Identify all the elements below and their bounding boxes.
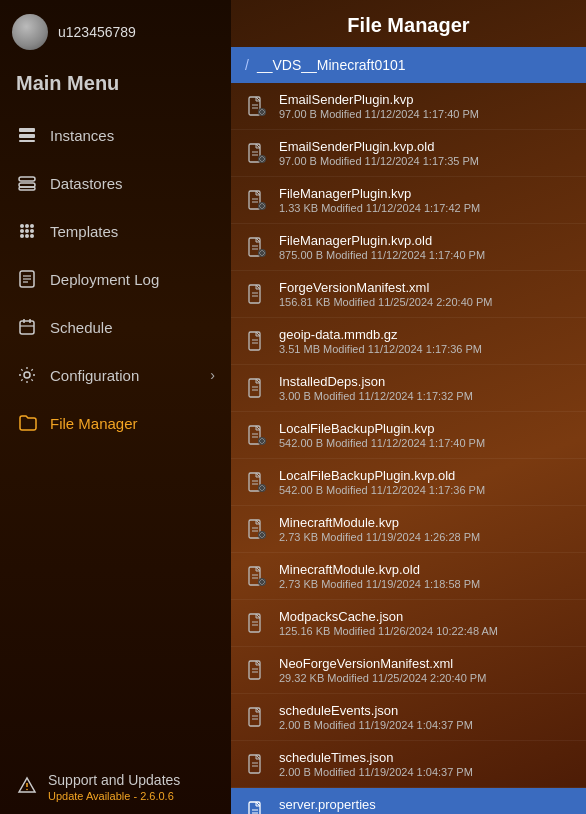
update-available-badge: Update Available - 2.6.0.6 [48, 790, 180, 802]
sidebar: u123456789 Main Menu Instances Datastore… [0, 0, 231, 814]
configuration-icon [16, 364, 38, 386]
sidebar-item-label: Deployment Log [50, 271, 159, 288]
file-name: scheduleTimes.json [279, 750, 473, 765]
file-info: FileManagerPlugin.kvp.old875.00 B Modifi… [279, 233, 485, 261]
list-item[interactable]: MinecraftModule.kvp.old2.73 KB Modified … [231, 553, 586, 600]
list-item[interactable]: FileManagerPlugin.kvp.old875.00 B Modifi… [231, 224, 586, 271]
file-icon [243, 516, 269, 542]
file-icon [243, 93, 269, 119]
sidebar-item-templates[interactable]: Templates [0, 207, 231, 255]
file-name: EmailSenderPlugin.kvp.old [279, 139, 479, 154]
sidebar-item-label: Instances [50, 127, 114, 144]
file-info: geoip-data.mmdb.gz3.51 MB Modified 11/12… [279, 327, 482, 355]
file-icon [243, 798, 269, 814]
sidebar-item-configuration[interactable]: Configuration › [0, 351, 231, 399]
file-icon [243, 704, 269, 730]
file-name: server.properties [279, 797, 486, 812]
list-item[interactable]: MinecraftModule.kvp2.73 KB Modified 11/1… [231, 506, 586, 553]
file-icon [243, 234, 269, 260]
sidebar-item-support[interactable]: Support and Updates Update Available - 2… [0, 760, 231, 814]
file-icon [243, 563, 269, 589]
file-meta: 29.32 KB Modified 11/25/2024 2:20:40 PM [279, 672, 486, 684]
svg-rect-0 [19, 128, 35, 132]
list-item[interactable]: LocalFileBackupPlugin.kvp.old542.00 B Mo… [231, 459, 586, 506]
list-item[interactable]: geoip-data.mmdb.gz3.51 MB Modified 11/12… [231, 318, 586, 365]
file-meta: 2.73 KB Modified 11/19/2024 1:26:28 PM [279, 531, 480, 543]
file-icon [243, 187, 269, 213]
list-item[interactable]: scheduleTimes.json2.00 B Modified 11/19/… [231, 741, 586, 788]
list-item[interactable]: scheduleEvents.json2.00 B Modified 11/19… [231, 694, 586, 741]
file-meta: 97.00 B Modified 11/12/2024 1:17:35 PM [279, 155, 479, 167]
file-meta: 97.00 B Modified 11/12/2024 1:17:40 PM [279, 108, 479, 120]
svg-point-23 [24, 372, 30, 378]
templates-icon [16, 220, 38, 242]
avatar [12, 14, 48, 50]
file-info: EmailSenderPlugin.kvp.old97.00 B Modifie… [279, 139, 479, 167]
main-menu-title: Main Menu [0, 64, 231, 111]
file-meta: 156.81 KB Modified 11/25/2024 2:20:40 PM [279, 296, 492, 308]
file-name: LocalFileBackupPlugin.kvp.old [279, 468, 485, 483]
path-bar[interactable]: / __VDS__Minecraft0101 [231, 47, 586, 83]
file-info: ModpacksCache.json125.16 KB Modified 11/… [279, 609, 498, 637]
list-item[interactable]: NeoForgeVersionManifest.xml29.32 KB Modi… [231, 647, 586, 694]
file-info: server.properties1.57 KB Modified 11/14/… [279, 797, 486, 814]
file-icon [243, 610, 269, 636]
list-item[interactable]: ModpacksCache.json125.16 KB Modified 11/… [231, 600, 586, 647]
file-icon [243, 281, 269, 307]
sidebar-item-schedule[interactable]: Schedule [0, 303, 231, 351]
support-label: Support and Updates [48, 772, 180, 788]
username: u123456789 [58, 24, 136, 40]
file-icon [243, 140, 269, 166]
sidebar-item-file-manager[interactable]: File Manager [0, 399, 231, 447]
file-info: LocalFileBackupPlugin.kvp542.00 B Modifi… [279, 421, 485, 449]
svg-point-13 [25, 234, 29, 238]
svg-point-9 [20, 229, 24, 233]
schedule-icon [16, 316, 38, 338]
file-name: scheduleEvents.json [279, 703, 473, 718]
file-name: geoip-data.mmdb.gz [279, 327, 482, 342]
sidebar-item-label: Templates [50, 223, 118, 240]
svg-point-25 [26, 789, 28, 791]
file-icon [243, 422, 269, 448]
sidebar-item-instances[interactable]: Instances [0, 111, 231, 159]
svg-point-7 [25, 224, 29, 228]
file-name: NeoForgeVersionManifest.xml [279, 656, 486, 671]
datastores-icon [16, 172, 38, 194]
file-info: MinecraftModule.kvp2.73 KB Modified 11/1… [279, 515, 480, 543]
svg-point-11 [30, 229, 34, 233]
list-item[interactable]: EmailSenderPlugin.kvp.old97.00 B Modifie… [231, 130, 586, 177]
page-title: File Manager [231, 0, 586, 47]
svg-rect-1 [19, 134, 35, 138]
list-item[interactable]: FileManagerPlugin.kvp1.33 KB Modified 11… [231, 177, 586, 224]
sidebar-item-label: Configuration [50, 367, 139, 384]
sidebar-item-deployment-log[interactable]: Deployment Log [0, 255, 231, 303]
file-icon [243, 751, 269, 777]
file-name: MinecraftModule.kvp [279, 515, 480, 530]
sidebar-item-datastores[interactable]: Datastores [0, 159, 231, 207]
svg-point-8 [30, 224, 34, 228]
list-item[interactable]: server.properties1.57 KB Modified 11/14/… [231, 788, 586, 814]
file-meta: 2.73 KB Modified 11/19/2024 1:18:58 PM [279, 578, 480, 590]
file-info: EmailSenderPlugin.kvp97.00 B Modified 11… [279, 92, 479, 120]
file-name: FileManagerPlugin.kvp.old [279, 233, 485, 248]
file-icon [243, 328, 269, 354]
svg-rect-3 [19, 177, 35, 181]
svg-rect-5 [19, 187, 35, 190]
list-item[interactable]: ForgeVersionManifest.xml156.81 KB Modifi… [231, 271, 586, 318]
file-meta: 542.00 B Modified 11/12/2024 1:17:36 PM [279, 484, 485, 496]
file-meta: 2.00 B Modified 11/19/2024 1:04:37 PM [279, 719, 473, 731]
file-name: FileManagerPlugin.kvp [279, 186, 480, 201]
sidebar-header: u123456789 [0, 0, 231, 64]
file-meta: 125.16 KB Modified 11/26/2024 10:22:48 A… [279, 625, 498, 637]
file-icon [243, 657, 269, 683]
list-item[interactable]: LocalFileBackupPlugin.kvp542.00 B Modifi… [231, 412, 586, 459]
file-icon [243, 375, 269, 401]
chevron-right-icon: › [210, 367, 215, 383]
list-item[interactable]: EmailSenderPlugin.kvp97.00 B Modified 11… [231, 83, 586, 130]
file-list: EmailSenderPlugin.kvp97.00 B Modified 11… [231, 83, 586, 814]
file-info: InstalledDeps.json3.00 B Modified 11/12/… [279, 374, 473, 402]
path-folder: __VDS__Minecraft0101 [257, 57, 406, 73]
file-meta: 3.00 B Modified 11/12/2024 1:17:32 PM [279, 390, 473, 402]
file-meta: 542.00 B Modified 11/12/2024 1:17:40 PM [279, 437, 485, 449]
list-item[interactable]: InstalledDeps.json3.00 B Modified 11/12/… [231, 365, 586, 412]
